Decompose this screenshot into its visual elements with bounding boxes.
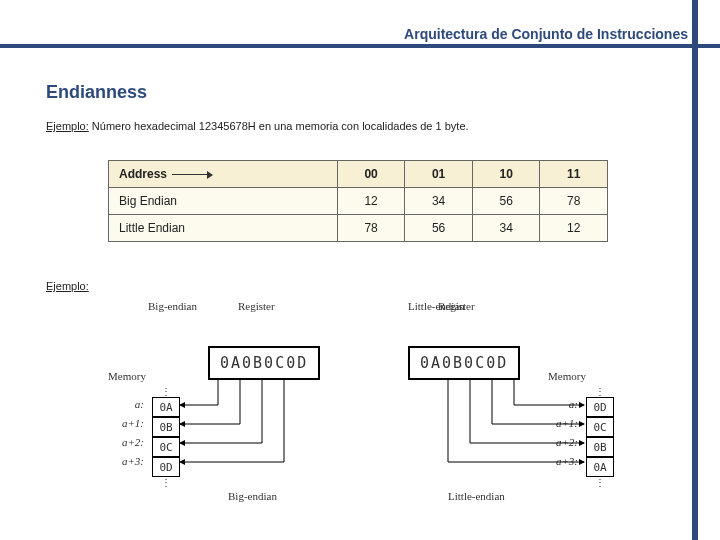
dots-icon: ⋮ <box>152 477 180 488</box>
example1-value: 12345678H <box>199 120 256 132</box>
col-00: 00 <box>337 161 405 188</box>
addr: a+1: <box>114 417 144 429</box>
addr: a+2: <box>114 436 144 448</box>
example1-line: Ejemplo: Número hexadecimal 12345678H en… <box>46 120 469 132</box>
big-memory-label: Memory <box>108 370 146 382</box>
endianness-table: Address 00 01 10 11 Big Endian 12 34 56 … <box>108 160 608 242</box>
row-label-big: Big Endian <box>109 188 338 215</box>
slide: Arquitectura de Conjunto de Instruccione… <box>0 0 720 540</box>
little-arrows <box>408 360 608 490</box>
little-caption: Little-endian <box>448 490 505 502</box>
mem-cell: 0D <box>152 457 180 477</box>
cell: 56 <box>472 188 540 215</box>
col-01: 01 <box>405 161 473 188</box>
table-row: Big Endian 12 34 56 78 <box>109 188 608 215</box>
row-label-little: Little Endian <box>109 215 338 242</box>
cell: 34 <box>472 215 540 242</box>
cell: 56 <box>405 215 473 242</box>
addr-label: Address <box>119 167 167 181</box>
cell: 34 <box>405 188 473 215</box>
side-stripe <box>692 0 698 540</box>
cell: 12 <box>540 215 608 242</box>
example1-label: Ejemplo: <box>46 120 89 132</box>
cell: 12 <box>337 188 405 215</box>
addr: a+3: <box>114 455 144 467</box>
col-11: 11 <box>540 161 608 188</box>
cell: 78 <box>337 215 405 242</box>
big-memory-stack: ⋮ 0A 0B 0C 0D ⋮ <box>152 386 180 488</box>
addr-header: Address <box>109 161 338 188</box>
page-heading: Endianness <box>46 82 147 103</box>
header-bar: Arquitectura de Conjunto de Instruccione… <box>0 26 720 46</box>
example1-after: en una memoria con localidades de 1 byte… <box>259 120 469 132</box>
table-row: Little Endian 78 56 34 12 <box>109 215 608 242</box>
header-title: Arquitectura de Conjunto de Instruccione… <box>404 26 688 42</box>
big-title: Big-endian <box>148 300 197 312</box>
header-rule <box>0 44 720 48</box>
example2-label: Ejemplo: <box>46 280 89 292</box>
cell: 78 <box>540 188 608 215</box>
big-caption: Big-endian <box>228 490 277 502</box>
example2-line: Ejemplo: <box>46 280 89 292</box>
dots-icon: ⋮ <box>152 386 180 397</box>
table-header-row: Address 00 01 10 11 <box>109 161 608 188</box>
mem-cell: 0A <box>152 397 180 417</box>
big-arrows <box>178 360 338 490</box>
endian-diagram: Big-endian Register 0A0B0C0D Memory ⋮ 0A… <box>108 300 618 520</box>
arrow-right-icon <box>172 174 212 175</box>
mem-cell: 0B <box>152 417 180 437</box>
addr: a: <box>114 398 144 410</box>
example1-before: Número hexadecimal <box>92 120 199 132</box>
col-10: 10 <box>472 161 540 188</box>
mem-cell: 0C <box>152 437 180 457</box>
little-register-label: Register <box>438 300 475 312</box>
big-register-label: Register <box>238 300 275 312</box>
